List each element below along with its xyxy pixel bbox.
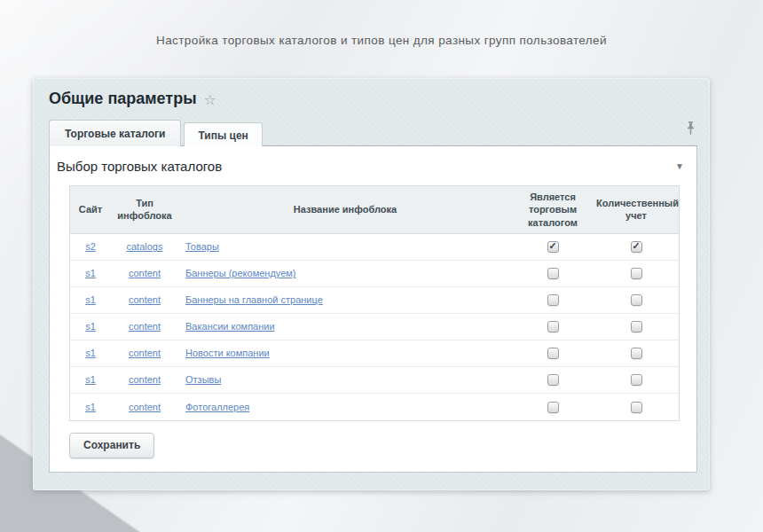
is-catalog-checkbox[interactable] xyxy=(547,321,559,332)
type-link[interactable]: catalogs xyxy=(127,241,163,252)
site-link[interactable]: s1 xyxy=(85,348,96,358)
tab-price-types[interactable]: Типы цен xyxy=(184,122,262,146)
save-button[interactable]: Сохранить xyxy=(69,433,154,458)
column-header-is-catalog: Является торговым каталогом xyxy=(512,186,594,233)
section-header: Выбор торговых каталогов ▼ xyxy=(50,146,696,183)
section-title: Выбор торговых каталогов xyxy=(57,159,222,174)
type-link[interactable]: content xyxy=(129,348,161,358)
name-link[interactable]: Баннеры на главной странице xyxy=(185,294,323,305)
type-link[interactable]: content xyxy=(129,321,161,332)
settings-panel: Общие параметры ☆ Торговые каталоги Типы… xyxy=(33,78,710,490)
is-catalog-checkbox[interactable] xyxy=(547,294,559,306)
catalogs-table: Сайт Тип инфоблока Название инфоблока Яв… xyxy=(69,185,680,421)
column-header-type: Тип инфоблока xyxy=(111,192,178,227)
table-row: s2 catalogs Товары xyxy=(70,234,679,261)
table-row: s1 content Вакансии компании xyxy=(70,314,679,340)
quantity-checkbox[interactable] xyxy=(631,268,642,279)
quantity-checkbox[interactable] xyxy=(631,294,642,306)
name-link[interactable]: Товары xyxy=(185,241,219,252)
name-link[interactable]: Новости компании xyxy=(185,348,270,358)
chevron-down-icon[interactable]: ▼ xyxy=(675,161,684,171)
table-body: s2 catalogs Товары s1 content Баннеры (р… xyxy=(70,234,679,420)
column-header-quantity: Количественный учет xyxy=(594,192,679,227)
table-header: Сайт Тип инфоблока Название инфоблока Яв… xyxy=(70,186,679,234)
site-link[interactable]: s1 xyxy=(85,268,96,278)
page-caption: Настройка торговых каталогов и типов цен… xyxy=(0,34,763,47)
quantity-checkbox[interactable] xyxy=(631,241,642,253)
is-catalog-checkbox[interactable] xyxy=(547,402,559,413)
is-catalog-checkbox[interactable] xyxy=(547,374,559,386)
column-header-name: Название инфоблока xyxy=(178,199,512,220)
table-row: s1 content Баннеры (рекомендуем) xyxy=(70,261,679,287)
table-row: s1 content Баннеры на главной странице xyxy=(70,287,679,314)
table-row: s1 content Фотогаллерея xyxy=(70,394,679,420)
site-link[interactable]: s1 xyxy=(85,321,96,332)
quantity-checkbox[interactable] xyxy=(631,402,642,413)
pin-icon[interactable] xyxy=(686,121,696,145)
is-catalog-checkbox[interactable] xyxy=(547,268,559,279)
site-link[interactable]: s1 xyxy=(85,402,96,412)
type-link[interactable]: content xyxy=(129,402,161,412)
table-row: s1 content Новости компании xyxy=(70,340,679,367)
name-link[interactable]: Фотогаллерея xyxy=(185,402,249,412)
is-catalog-checkbox[interactable] xyxy=(547,348,559,359)
quantity-checkbox[interactable] xyxy=(631,348,642,359)
name-link[interactable]: Отзывы xyxy=(185,374,221,385)
site-link[interactable]: s1 xyxy=(85,374,96,385)
quantity-checkbox[interactable] xyxy=(631,374,642,386)
site-link[interactable]: s1 xyxy=(85,294,96,305)
type-link[interactable]: content xyxy=(129,268,161,278)
is-catalog-checkbox[interactable] xyxy=(547,241,559,253)
type-link[interactable]: content xyxy=(129,294,161,305)
tab-content: Выбор торговых каталогов ▼ Сайт Тип инфо… xyxy=(49,145,697,473)
tab-bar: Торговые каталоги Типы цен xyxy=(33,120,710,146)
quantity-checkbox[interactable] xyxy=(631,321,642,332)
page-title: Общие параметры xyxy=(49,90,197,108)
tab-trade-catalogs[interactable]: Торговые каталоги xyxy=(49,120,181,146)
name-link[interactable]: Баннеры (рекомендуем) xyxy=(185,268,296,278)
type-link[interactable]: content xyxy=(129,374,161,385)
column-header-site: Сайт xyxy=(70,199,111,220)
star-icon[interactable]: ☆ xyxy=(204,93,216,107)
panel-title-row: Общие параметры ☆ xyxy=(49,90,694,108)
site-link[interactable]: s2 xyxy=(85,241,96,252)
table-row: s1 content Отзывы xyxy=(70,367,679,394)
name-link[interactable]: Вакансии компании xyxy=(185,321,275,332)
